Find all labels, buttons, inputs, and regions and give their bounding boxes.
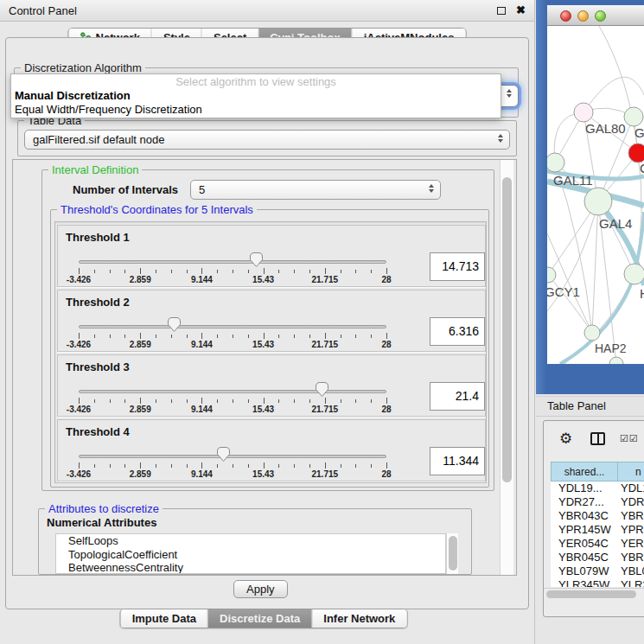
- table-cell: YPR1: [618, 523, 644, 537]
- network-node-gal80[interactable]: [574, 103, 593, 122]
- table-panel: ⚙ ☑☑ shared... n YDL19...YDL1YDR27...YDR…: [543, 420, 644, 617]
- table-cell: YDR2: [618, 495, 644, 509]
- network-node-h[interactable]: [624, 264, 644, 284]
- slider-track[interactable]: [79, 325, 386, 328]
- slider-ticks: [79, 398, 386, 405]
- network-node-ga[interactable]: [624, 107, 643, 126]
- network-node-label: H: [640, 286, 644, 301]
- algorithm-dropdown-popup: Select algorithm to view settings Manual…: [10, 73, 501, 118]
- select-columns-checkboxes-icon[interactable]: ☑☑: [620, 433, 639, 444]
- slider-thumb[interactable]: [249, 252, 264, 268]
- axis-tick-label: -3.426: [67, 405, 91, 414]
- settings-scrollbar[interactable]: [500, 160, 513, 575]
- table-cell: YER0: [618, 537, 644, 551]
- network-canvas[interactable]: GAL80GACGAL11GAL4GCY1HHAP2: [547, 26, 644, 364]
- network-node-gcy1[interactable]: [547, 267, 556, 283]
- slider-track[interactable]: [79, 390, 386, 393]
- close-icon[interactable]: ✖: [516, 6, 526, 15]
- slider-ticks: [79, 333, 386, 340]
- threshold-value-field[interactable]: 14.713: [430, 252, 485, 281]
- bottom-tab-discretize-data[interactable]: Discretize Data: [208, 609, 312, 628]
- table-header-shared-name[interactable]: shared...: [551, 462, 618, 481]
- table-row[interactable]: YDL19...YDL1: [551, 481, 644, 495]
- tab-label: Infer Network: [323, 612, 395, 625]
- discretization-algorithm-group-title: Discretization Algorithm: [21, 61, 145, 74]
- slider-track[interactable]: [79, 455, 386, 458]
- dropdown-option-manual-discretization[interactable]: Manual Discretization: [11, 89, 501, 103]
- table-cell: YDL1: [618, 481, 644, 495]
- threshold-label: Threshold 2: [66, 296, 130, 309]
- numerical-attributes-list[interactable]: SelfLoopsTopologicalCoefficientBetweenne…: [55, 533, 446, 574]
- slider-thumb[interactable]: [216, 446, 231, 462]
- float-window-icon[interactable]: [497, 7, 506, 15]
- threshold-value-field[interactable]: 6.316: [430, 317, 485, 346]
- split-columns-icon[interactable]: [590, 432, 605, 445]
- axis-tick-label: -3.426: [67, 340, 91, 349]
- zoom-traffic-light-icon[interactable]: [595, 10, 606, 22]
- axis-tick-label: 21.715: [312, 340, 339, 349]
- table-header-row: shared... n: [551, 462, 644, 481]
- network-node-label: HAP2: [595, 341, 627, 355]
- dropdown-option-equal-width-frequency-discretization[interactable]: Equal Width/Frequency Discretization: [11, 103, 501, 117]
- table-cell: YLR345W: [551, 578, 618, 587]
- cyni-bottom-tab-bar: Impute DataDiscretize DataInfer Network: [120, 609, 408, 628]
- table-rows: YDL19...YDL1YDR27...YDR2YBR043CYBR0YPR14…: [551, 481, 644, 587]
- attribute-list-item[interactable]: TopologicalCoefficient: [56, 548, 445, 562]
- control-panel-title: Control Panel: [9, 4, 497, 17]
- settings-gear-icon[interactable]: ⚙: [559, 430, 572, 448]
- table-horizontal-scrollbar-thumb[interactable]: [546, 590, 636, 598]
- table-data-combobox-value: galFiltered.sif default node: [33, 133, 164, 146]
- table-row[interactable]: YLR345WYLR3: [551, 578, 644, 587]
- table-row[interactable]: YER054CYER0: [551, 537, 644, 551]
- axis-tick-label: -3.426: [67, 469, 91, 479]
- table-header-name[interactable]: n: [618, 462, 644, 481]
- close-traffic-light-icon[interactable]: [560, 10, 571, 22]
- apply-button[interactable]: Apply: [233, 580, 288, 598]
- slider-thumb[interactable]: [315, 381, 329, 398]
- table-cell: YBL079W: [551, 564, 618, 578]
- table-data-combobox[interactable]: galFiltered.sif default node: [24, 130, 510, 150]
- bottom-tab-infer-network[interactable]: Infer Network: [312, 609, 406, 628]
- network-graph: GAL80GACGAL11GAL4GCY1HHAP2: [547, 26, 644, 364]
- attribute-list-item[interactable]: BetweennessCentrality: [56, 561, 445, 574]
- network-node-gal11[interactable]: [547, 153, 564, 172]
- settings-scrollbar-thumb[interactable]: [502, 177, 512, 482]
- table-cell: YDR27...: [551, 495, 618, 509]
- attributes-list-scrollbar[interactable]: [446, 533, 458, 574]
- table-row[interactable]: YBR043CYBR0: [551, 509, 644, 523]
- threshold-value-field[interactable]: 21.4: [430, 382, 485, 411]
- algorithm-dropdown-placeholder[interactable]: Select algorithm to view settings: [11, 74, 501, 89]
- network-node-label: GAL80: [585, 121, 626, 136]
- combo-arrows-icon: [429, 184, 434, 193]
- axis-tick-label: 9.144: [191, 405, 213, 414]
- control-panel-titlebar: Control Panel ✖: [0, 0, 534, 22]
- axis-tick-label: 2.859: [130, 340, 151, 349]
- slider-thumb[interactable]: [167, 316, 182, 333]
- minimize-traffic-light-icon[interactable]: [577, 10, 589, 22]
- table-row[interactable]: YDR27...YDR2: [551, 495, 644, 509]
- network-node-hap2[interactable]: [584, 325, 600, 341]
- bottom-tab-impute-data[interactable]: Impute Data: [121, 609, 208, 628]
- network-node-gal4[interactable]: [584, 188, 612, 215]
- attributes-list-scrollbar-thumb[interactable]: [449, 536, 457, 571]
- combo-arrows-icon: [498, 134, 503, 143]
- table-cell: YDL19...: [551, 481, 618, 495]
- axis-tick-label: 21.715: [312, 469, 339, 479]
- slider-axis-labels: -3.4262.8599.14415.4321.71528: [79, 405, 386, 414]
- tab-label: Impute Data: [132, 612, 196, 625]
- table-cell: YBL0: [618, 564, 644, 578]
- slider-track[interactable]: [79, 260, 386, 264]
- axis-tick-label: 15.43: [252, 405, 274, 414]
- network-view-window: GAL80GACGAL11GAL4GCY1HHAP2: [536, 0, 644, 394]
- network-node[interactable]: [609, 357, 623, 364]
- network-node-label: C: [640, 161, 644, 175]
- table-row[interactable]: YPR145WYPR1: [551, 523, 644, 537]
- table-panel-title: Table Panel: [547, 399, 606, 412]
- table-row[interactable]: YBR045CYBR0: [551, 551, 644, 564]
- threshold-value-field[interactable]: 11.344: [430, 447, 485, 475]
- table-row[interactable]: YBL079WYBL0: [551, 564, 644, 578]
- number-of-intervals-combobox[interactable]: 5: [190, 180, 441, 200]
- attribute-list-item[interactable]: SelfLoops: [56, 534, 445, 548]
- network-node-c[interactable]: [628, 143, 644, 163]
- table-horizontal-scrollbar[interactable]: [544, 588, 644, 599]
